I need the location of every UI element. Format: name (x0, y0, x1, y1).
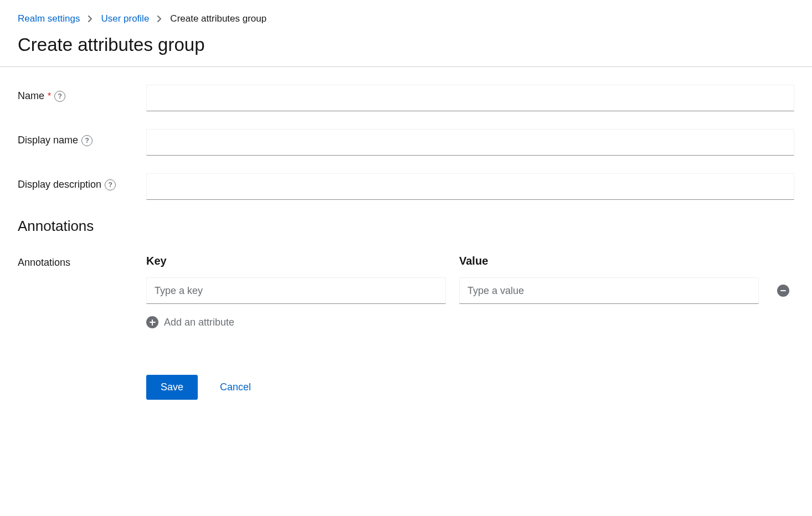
help-icon[interactable]: ? (81, 135, 92, 146)
form-actions: Save Cancel (146, 375, 794, 400)
label-name-text: Name (18, 90, 44, 102)
help-icon[interactable]: ? (54, 91, 65, 102)
chevron-right-icon (157, 16, 162, 22)
page-header: Realm settings User profile Create attri… (0, 0, 812, 67)
breadcrumb-current: Create attributes group (170, 13, 266, 24)
form-group-display-name: Display name ? (18, 129, 794, 156)
display-description-input[interactable] (146, 173, 794, 200)
form-group-annotations: Annotations Key Value Add an at (18, 255, 794, 331)
section-heading-annotations: Annotations (18, 218, 794, 235)
plus-circle-icon (146, 316, 158, 328)
breadcrumb: Realm settings User profile Create attri… (18, 13, 794, 24)
kv-header-value: Value (459, 255, 759, 267)
help-icon[interactable]: ? (105, 179, 116, 190)
kv-row (146, 277, 794, 304)
form-group-display-description: Display description ? (18, 173, 794, 200)
remove-annotation-button[interactable] (777, 285, 789, 297)
annotation-value-input[interactable] (459, 277, 759, 304)
label-display-description-text: Display description (18, 179, 101, 190)
add-annotation-label: Add an attribute (164, 317, 234, 328)
cancel-button[interactable]: Cancel (215, 375, 255, 400)
required-asterisk: * (48, 91, 51, 101)
label-annotations: Annotations (18, 255, 146, 269)
save-button[interactable]: Save (146, 375, 198, 400)
add-annotation-button[interactable]: Add an attribute (146, 314, 234, 331)
kv-header-key: Key (146, 255, 446, 267)
label-display-name: Display name ? (18, 129, 146, 146)
page-title: Create attributes group (18, 34, 794, 55)
breadcrumb-link-user-profile[interactable]: User profile (101, 13, 149, 24)
display-name-input[interactable] (146, 129, 794, 156)
chevron-right-icon (88, 16, 93, 22)
annotation-key-input[interactable] (146, 277, 446, 304)
name-input[interactable] (146, 85, 794, 111)
label-display-name-text: Display name (18, 135, 78, 146)
label-name: Name * ? (18, 85, 146, 102)
label-display-description: Display description ? (18, 173, 146, 190)
breadcrumb-link-realm-settings[interactable]: Realm settings (18, 13, 80, 24)
kv-header: Key Value (146, 255, 794, 267)
form-group-name: Name * ? (18, 85, 794, 111)
page-body: Name * ? Display name ? Display descript… (0, 67, 812, 417)
